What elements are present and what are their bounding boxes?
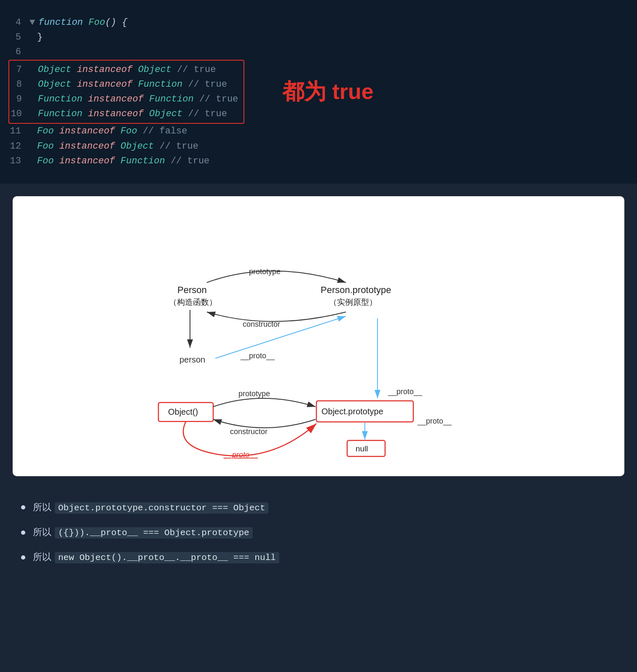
person-label: Person [177,285,207,295]
bullet-text-1: 所以Object.prototype.constructor === Objec… [33,497,268,518]
red-border-box: 7 Object instanceof Object // true 8 Obj… [8,60,244,124]
code-content-12: Foo instanceof Object // true [37,139,629,154]
bullet-code-3: new Object().__proto__.__proto__ === nul… [55,552,279,563]
bullet-dot-2 [21,531,25,535]
bullet-item-1: 所以Object.prototype.constructor === Objec… [21,497,616,518]
person-prototype-label: Person.prototype [321,285,391,295]
code-section: 4 ▼ function Foo() { 5 } 6 [0,0,637,184]
person-instance-label: person [179,355,205,364]
line-num-8: 8 [9,77,30,92]
bullet-prefix-2: 所以 [33,527,51,537]
code-content-13: Foo instanceof Function // true [37,154,629,168]
true-label: 都为 true [282,74,374,109]
line-num-12: 12 [8,139,29,154]
line-num-11: 11 [8,124,29,139]
code-line-6: 6 [8,45,629,59]
prototype-diagram: Person （构造函数） Person.prototype （实例原型） pr… [25,209,612,461]
diagram-section: Person （构造函数） Person.prototype （实例原型） pr… [13,196,624,476]
code-content-11: Foo instanceof Foo // false [37,124,629,139]
bullets-section: 所以Object.prototype.constructor === Objec… [0,489,637,581]
line-num-5: 5 [8,30,29,45]
bullet-item-3: 所以new Object().__proto__.__proto__ === n… [21,547,616,568]
bullet-item-2: 所以({})).__proto__ === Object.prototype [21,522,616,543]
bullet-text-2: 所以({})).__proto__ === Object.prototype [33,522,253,543]
code-line-11: 11 Foo instanceof Foo // false [8,124,629,139]
constructor-arrow-bottom [213,419,316,428]
code-line-9: 9 Function instanceof Function // true [9,92,244,107]
code-content-6 [29,45,629,59]
highlighted-block: 7 Object instanceof Object // true 8 Obj… [8,60,629,124]
object-prototype-label: Object.prototype [321,407,383,416]
prototype-label-bottom: prototype [238,389,270,398]
person-sublabel: （构造函数） [169,298,217,307]
prototype-arrow-obj [213,398,316,407]
code-content-7: Object instanceof Object // true [38,62,244,77]
null-label: null [356,444,368,453]
code-line-8: 8 Object instanceof Function // true [9,77,244,92]
line-num-7: 7 [9,62,30,77]
proto-label-right-bottom: __proto__ [417,417,452,426]
bullet-code-2: ({})).__proto__ === Object.prototype [55,527,253,539]
code-line-4: 4 ▼ function Foo() { [8,15,629,30]
line-num-9: 9 [9,92,30,107]
object-box-label: Object() [168,407,198,416]
line-num-4: 4 [8,15,29,30]
line-num-13: 13 [8,154,29,168]
bullet-dot-1 [21,505,25,509]
line-num-10: 10 [9,107,30,121]
code-block: 4 ▼ function Foo() { 5 } 6 [0,8,637,175]
true-label-text: 都为 true [282,79,374,104]
code-content-9: Function instanceof Function // true [38,92,244,107]
bullet-dot-3 [21,555,25,560]
person-prototype-sublabel: （实例原型） [329,298,377,307]
code-content-4: function Foo() { [38,15,629,30]
proto-arrow-label-person: __proto__ [240,352,275,360]
proto-arrow-person [215,316,346,358]
code-content-5: } [37,30,629,45]
code-line-12: 12 Foo instanceof Object // true [8,139,629,154]
constructor-label-bottom: constructor [230,427,268,436]
code-line-7: 7 Object instanceof Object // true [9,62,244,77]
code-line-5: 5 } [8,30,629,45]
proto-arrow-label-right: __proto__ [388,387,423,396]
bullet-code-1: Object.prototype.constructor === Object [55,502,268,514]
code-line-10: 10 Function instanceof Object // true [9,107,244,121]
bullet-prefix-3: 所以 [33,552,51,562]
line-num-6: 6 [8,45,29,59]
bullet-prefix-1: 所以 [33,502,51,512]
code-content-10: Function instanceof Object // true [38,107,244,121]
bullet-text-3: 所以new Object().__proto__.__proto__ === n… [33,547,279,568]
code-line-13: 13 Foo instanceof Function // true [8,154,629,168]
code-content-8: Object instanceof Function // true [38,77,244,92]
